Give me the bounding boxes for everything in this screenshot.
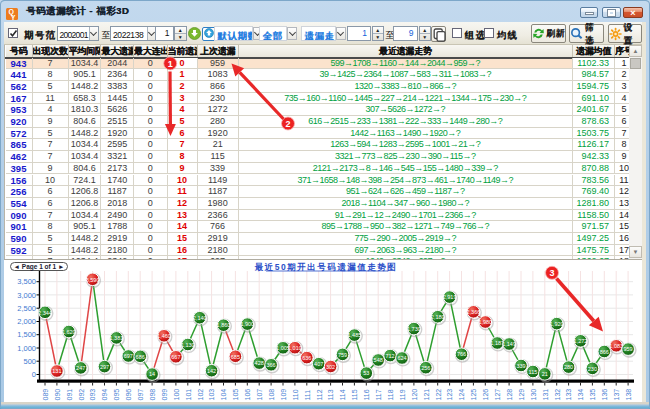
svg-text:3: 3 <box>549 268 554 278</box>
svg-text:1: 1 <box>168 59 173 69</box>
svg-text:2: 2 <box>285 119 290 129</box>
